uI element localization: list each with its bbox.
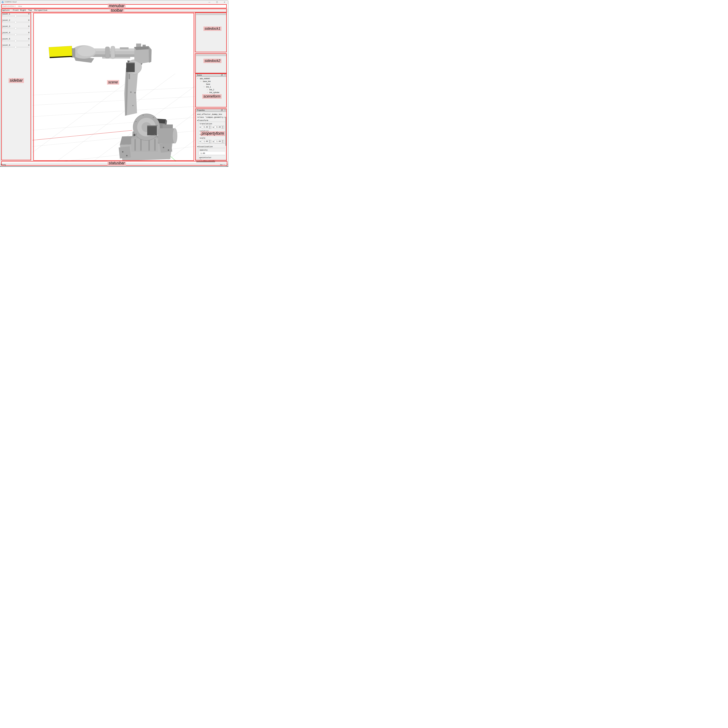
tree-item-link-2[interactable]: › link_2 bbox=[196, 89, 226, 91]
toolbar-front-button[interactable]: Front bbox=[13, 9, 19, 11]
menu-compasview2[interactable]: COMPASVIEW 2 bbox=[1, 5, 15, 7]
maximize-button[interactable] bbox=[214, 0, 220, 4]
joint-row: joint_5 0 bbox=[0, 38, 32, 44]
scene-canvas bbox=[32, 12, 195, 161]
tree-item-base[interactable]: base bbox=[196, 83, 226, 86]
scrollbar-thumb[interactable] bbox=[196, 162, 215, 162]
translation-y-stepper[interactable]: ▲ ▼ bbox=[222, 125, 224, 129]
robot-vertical-arm bbox=[124, 68, 138, 116]
pointcolor-row[interactable]: ▶pointcolor bbox=[199, 156, 211, 159]
status-fps-text: fps: 1 bbox=[220, 164, 225, 166]
slider-handle[interactable] bbox=[15, 21, 17, 23]
scene-panel-titlebar[interactable]: Scene ✕ bbox=[196, 73, 227, 76]
minimize-button[interactable]: — bbox=[206, 0, 213, 4]
lower-band bbox=[0, 161, 228, 163]
chevron-down-icon[interactable]: › bbox=[197, 78, 199, 79]
rotation-x-stepper[interactable]: ▲ ▼ bbox=[209, 133, 211, 136]
statusbar: Ready fps: 1 bbox=[0, 163, 228, 167]
pointcolor-label: pointcolor bbox=[200, 156, 211, 159]
toolbar-top-button[interactable]: Top bbox=[28, 9, 32, 11]
spin-down-icon[interactable]: ▼ bbox=[222, 135, 223, 136]
titlebar[interactable]: COMPAS View2 — ✕ bbox=[0, 0, 228, 4]
properties-panel-titlebar[interactable]: Properties ✕ bbox=[196, 109, 227, 112]
section-label: Visualisation bbox=[198, 145, 213, 148]
resize-grip[interactable] bbox=[226, 164, 228, 166]
spin-up-icon[interactable]: ▲ bbox=[222, 126, 223, 127]
chevron-down-icon[interactable]: › bbox=[203, 87, 205, 87]
tree-item-label: base_link bbox=[203, 80, 211, 83]
sidedock2-titlebar[interactable] bbox=[196, 54, 227, 56]
translation-x-field[interactable]: 0.00 bbox=[202, 125, 209, 129]
slider-handle[interactable] bbox=[15, 40, 17, 42]
chevron-right-icon[interactable]: › bbox=[207, 92, 208, 93]
sidedock1-titlebar[interactable] bbox=[196, 13, 227, 15]
properties-horizontal-scrollbar[interactable] bbox=[196, 161, 226, 162]
object-class: <class 'compas.geometry.shap bbox=[197, 116, 227, 118]
scene-panel-title: Scene bbox=[197, 74, 202, 76]
joint-slider[interactable] bbox=[2, 34, 29, 35]
transform-section-header[interactable]: ▼Transform bbox=[197, 119, 208, 122]
toolbar-perspective-button[interactable]: Perspective bbox=[34, 9, 47, 11]
menu-view[interactable]: View bbox=[18, 5, 22, 7]
translation-y-field[interactable]: 0.00 bbox=[215, 125, 222, 129]
window-title: COMPAS View2 bbox=[5, 1, 17, 3]
spin-up-icon[interactable]: ▲ bbox=[210, 133, 210, 134]
spin-down-icon[interactable]: ▼ bbox=[210, 135, 210, 136]
tree-item-link-1[interactable]: › link_1 bbox=[196, 86, 226, 89]
slider-handle[interactable] bbox=[15, 27, 17, 29]
tree-item-abb-irb6640[interactable]: › abb_irb6640 bbox=[196, 77, 226, 80]
joint-slider[interactable] bbox=[2, 22, 29, 23]
joint-row: joint_2 0 bbox=[0, 19, 32, 25]
joint-value: 0 bbox=[28, 25, 29, 28]
opacity-input[interactable]: 1.00 bbox=[199, 152, 227, 155]
axis-label: x bbox=[200, 133, 201, 136]
slider-handle[interactable] bbox=[15, 34, 17, 36]
properties-panel-title: Properties bbox=[197, 109, 205, 111]
show-points-checkbox[interactable] bbox=[200, 160, 202, 161]
tree-item-base-link[interactable]: › base_link bbox=[196, 80, 226, 83]
spin-up-icon[interactable]: ▲ bbox=[210, 140, 210, 141]
rotation-y-field[interactable]: 0.00 bbox=[215, 133, 222, 136]
toolbar-capture-button[interactable]: Capture bbox=[1, 9, 10, 11]
tree-item-link-cylinder[interactable]: › link_cylinder bbox=[196, 91, 226, 94]
scale-y-stepper[interactable]: ▲ ▼ bbox=[222, 140, 224, 143]
close-button[interactable]: ✕ bbox=[221, 0, 228, 4]
rotation-x-field[interactable]: 0.00 bbox=[202, 133, 209, 136]
float-icon[interactable] bbox=[221, 74, 223, 76]
toolbar: Capture Front Right Top Perspective bbox=[0, 8, 228, 12]
tree-item-label: abb_irb6640 bbox=[200, 78, 210, 80]
joint-slider[interactable] bbox=[2, 15, 29, 17]
maximize-icon bbox=[216, 1, 218, 3]
properties-vertical-scrollbar[interactable] bbox=[225, 112, 226, 161]
chevron-right-icon[interactable]: › bbox=[207, 89, 208, 90]
end-effector-box bbox=[49, 46, 72, 58]
toolbar-right-button[interactable]: Right bbox=[20, 9, 26, 11]
spin-down-icon[interactable]: ▼ bbox=[210, 127, 210, 128]
spin-down-icon[interactable]: ▼ bbox=[210, 142, 210, 142]
scrollbar-thumb[interactable] bbox=[225, 117, 226, 146]
spin-down-icon[interactable]: ▼ bbox=[222, 142, 223, 142]
panel-close-icon[interactable]: ✕ bbox=[224, 109, 226, 111]
spin-down-icon[interactable]: ▼ bbox=[222, 127, 223, 128]
slider-handle[interactable] bbox=[15, 46, 17, 48]
float-icon[interactable] bbox=[221, 109, 223, 111]
panel-close-icon[interactable]: ✕ bbox=[224, 74, 226, 76]
slider-handle[interactable] bbox=[15, 15, 17, 17]
scene-viewport[interactable] bbox=[32, 12, 195, 161]
rotation-y-stepper[interactable]: ▲ ▼ bbox=[222, 133, 224, 136]
joint-slider[interactable] bbox=[2, 47, 29, 47]
translation-x-stepper[interactable]: ▲ ▼ bbox=[209, 125, 211, 129]
translation-label: translation bbox=[200, 123, 212, 125]
app-window: COMPAS View2 — ✕ COMPASVIEW 2 View Captu… bbox=[0, 0, 228, 167]
spin-up-icon[interactable]: ▲ bbox=[222, 133, 223, 134]
scale-y-field[interactable]: 1.00 bbox=[215, 140, 222, 143]
spin-up-icon[interactable]: ▲ bbox=[210, 126, 210, 127]
spin-up-icon[interactable]: ▲ bbox=[222, 140, 223, 141]
scale-x-stepper[interactable]: ▲ ▼ bbox=[209, 140, 211, 143]
translation-row: x 0.00 ▲ ▼ y 0.00 ▲ ▼ z bbox=[198, 125, 227, 129]
joint-slider[interactable] bbox=[2, 28, 29, 29]
joint-slider[interactable] bbox=[2, 40, 29, 41]
visualisation-section-header[interactable]: ▼Visualisation bbox=[197, 145, 213, 148]
scale-x-field[interactable]: 1.00 bbox=[202, 140, 209, 143]
chevron-down-icon[interactable]: › bbox=[200, 81, 202, 81]
